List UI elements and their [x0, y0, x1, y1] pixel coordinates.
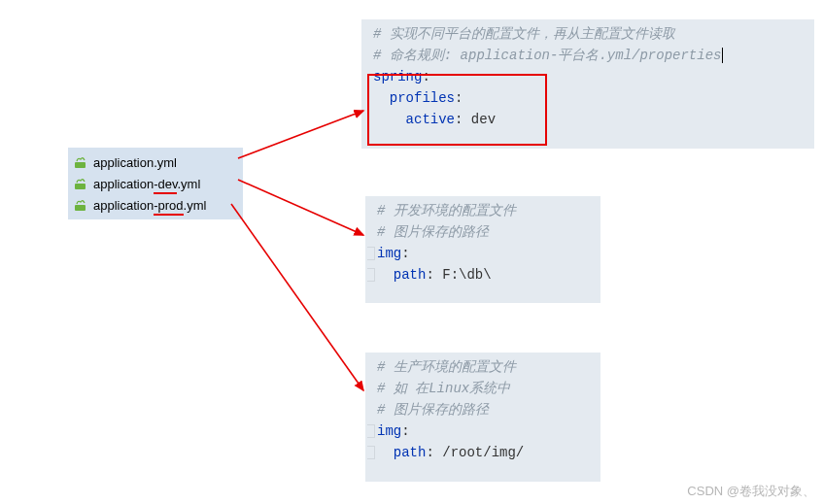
- comment-line: # 图片保存的路径: [377, 221, 593, 243]
- yaml-line: img:: [377, 243, 593, 264]
- fold-gutter-icon: [367, 247, 375, 260]
- yaml-line: profiles:: [373, 87, 806, 109]
- file-item-application-prod[interactable]: application-prod.yml: [74, 194, 235, 216]
- file-item-application[interactable]: application.yml: [74, 151, 235, 173]
- yaml-file-icon: [74, 177, 89, 190]
- fold-gutter-icon: [367, 446, 375, 459]
- code-block-main-config[interactable]: # 实现不同平台的配置文件，再从主配置文件读取 # 命名规则: applicat…: [361, 19, 814, 149]
- watermark: CSDN @卷我没对象、: [687, 483, 815, 500]
- comment-line: # 图片保存的路径: [377, 399, 593, 420]
- file-name-label: application.yml: [93, 155, 177, 170]
- fold-gutter-icon: [367, 424, 375, 438]
- file-name-label: application-prod.yml: [93, 198, 206, 213]
- file-list: application.yml application-dev.yml appl…: [68, 148, 243, 219]
- yaml-line: img:: [377, 420, 593, 442]
- fold-gutter-icon: [367, 268, 375, 282]
- svg-rect-1: [75, 184, 86, 189]
- comment-line: # 实现不同平台的配置文件，再从主配置文件读取: [373, 23, 806, 45]
- svg-rect-0: [75, 162, 86, 168]
- comment-line: # 生产环境的配置文件: [377, 356, 593, 378]
- yaml-line: path: F:\db\: [377, 264, 593, 286]
- svg-line-5: [231, 204, 363, 390]
- file-item-application-dev[interactable]: application-dev.yml: [74, 173, 235, 194]
- svg-line-4: [238, 180, 363, 235]
- yaml-line: spring:: [373, 66, 806, 87]
- code-block-prod-config[interactable]: # 生产环境的配置文件 # 如 在Linux系统中 # 图片保存的路径 img:…: [365, 353, 600, 482]
- svg-line-3: [238, 111, 363, 158]
- code-block-dev-config[interactable]: # 开发环境的配置文件 # 图片保存的路径 img: path: F:\db\: [365, 196, 600, 303]
- yaml-file-icon: [74, 198, 89, 212]
- yaml-file-icon: [74, 155, 89, 169]
- yaml-line: active: dev: [373, 109, 806, 130]
- text-caret: [722, 48, 723, 63]
- yaml-line: path: /root/img/: [377, 442, 593, 463]
- svg-rect-2: [75, 205, 86, 211]
- comment-line: # 开发环境的配置文件: [377, 200, 593, 221]
- comment-line: # 如 在Linux系统中: [377, 378, 593, 399]
- file-name-label: application-dev.yml: [93, 177, 200, 191]
- comment-line: # 命名规则: application-平台名.yml/properties: [373, 45, 806, 66]
